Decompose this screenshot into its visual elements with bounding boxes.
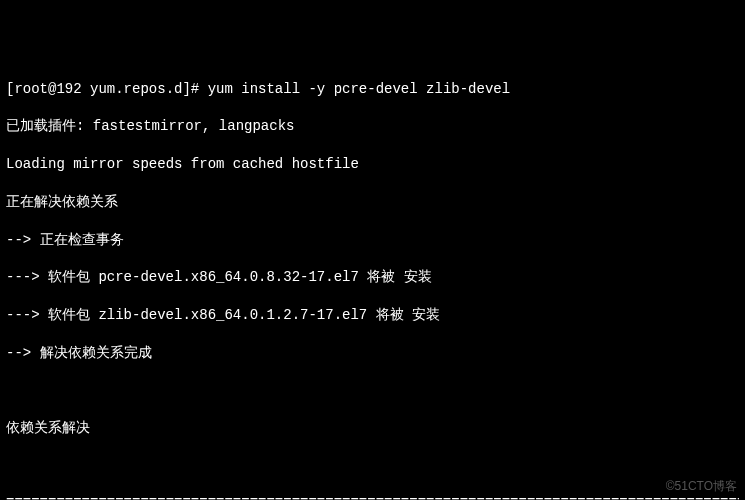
- watermark: ©51CTO博客: [666, 478, 737, 494]
- shell-command: yum install -y pcre-devel zlib-devel: [208, 81, 510, 97]
- output-check-tx: --> 正在检查事务: [6, 231, 739, 250]
- shell-prompt: [root@192 yum.repos.d]#: [6, 81, 199, 97]
- output-done: --> 解决依赖关系完成: [6, 344, 739, 363]
- blank-line: [6, 456, 739, 474]
- output-pkg1: ---> 软件包 pcre-devel.x86_64.0.8.32-17.el7…: [6, 268, 739, 287]
- prompt-line[interactable]: [root@192 yum.repos.d]# yum install -y p…: [6, 80, 739, 99]
- output-resolving: 正在解决依赖关系: [6, 193, 739, 212]
- blank-line: [6, 382, 739, 400]
- output-pkg2: ---> 软件包 zlib-devel.x86_64.0.1.2.7-17.el…: [6, 306, 739, 325]
- output-resolved: 依赖关系解决: [6, 419, 739, 438]
- output-plugins: 已加载插件: fastestmirror, langpacks: [6, 117, 739, 136]
- output-loading: Loading mirror speeds from cached hostfi…: [6, 155, 739, 174]
- divider-top: ========================================…: [6, 493, 739, 500]
